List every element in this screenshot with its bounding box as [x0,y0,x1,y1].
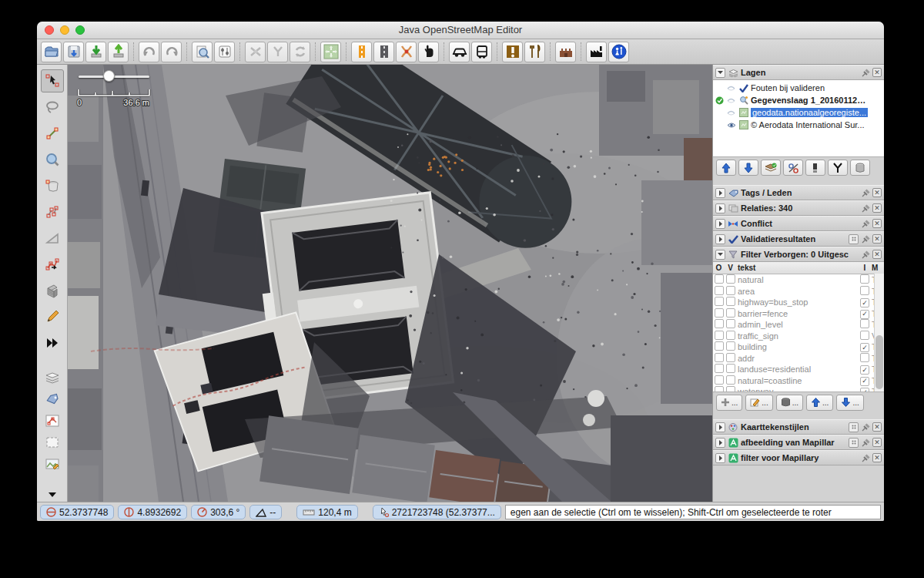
add-filter-button[interactable]: ... [716,395,742,411]
map-canvas[interactable]: 0 36.6 m [68,65,712,502]
layer-name[interactable]: Fouten bij valideren [751,83,825,92]
mapillary-image-panel-header[interactable]: afbeelding van Mapillar ✕ [713,435,884,450]
filter-enable-checkbox[interactable] [715,297,724,306]
edit-filter-button[interactable]: ... [745,395,772,411]
filter-up-button[interactable]: ... [806,395,833,411]
layer-opacity-button[interactable] [783,160,803,176]
pin-icon[interactable] [861,438,870,447]
filter-scrollbar[interactable] [874,274,884,391]
filter-text[interactable]: addr [736,354,858,363]
layer-visibility-icon[interactable] [726,109,736,116]
filter-enable-checkbox[interactable] [715,353,724,362]
car-button[interactable] [449,42,470,62]
layer-name[interactable]: Gegevenslaag 1_20160112… [751,96,865,105]
restaurant-button[interactable] [524,42,545,62]
pin-icon[interactable] [861,68,870,77]
filter-row[interactable]: building✓T [713,341,884,353]
filter-enable-checkbox[interactable] [715,341,724,351]
filter-row[interactable]: admin_levelT [713,319,884,331]
layer-up-button[interactable] [716,160,736,176]
layer-row[interactable]: © Aerodata International Sur... [713,119,884,131]
validation-panel-header[interactable]: Validatieresultaten ✕ [713,231,884,247]
collapse-icon[interactable] [715,68,725,78]
layer-name[interactable]: geodata.nationaalgeoregiste... [751,108,868,117]
tags-tool[interactable] [41,390,64,408]
tags-panel-header[interactable]: Tags / Leden ✕ [713,185,884,200]
filter-invert-checkbox[interactable] [726,375,735,385]
close-icon[interactable]: ✕ [872,188,882,197]
panel-menu-icon[interactable] [849,438,859,448]
filter-invert-checkbox[interactable] [726,274,735,284]
filter-enable-checkbox[interactable] [715,274,724,284]
conflict-panel-header[interactable]: Conflict ✕ [713,216,884,231]
open-button[interactable] [41,42,62,62]
industrial-button[interactable] [586,42,607,62]
layer-visibility-icon[interactable] [726,85,736,92]
column-header-m[interactable]: M [872,264,884,272]
filter-row[interactable]: landuse=residential✓T [713,364,884,375]
layer-visibility-icon[interactable] [726,122,736,129]
close-icon[interactable]: ✕ [872,438,882,447]
filter-invert-checkbox[interactable] [726,286,735,295]
filter-invert-checkbox[interactable] [726,364,735,373]
close-window-button[interactable] [45,25,54,35]
annotate-tool[interactable] [41,305,64,328]
select-tool[interactable] [41,69,64,92]
way-highlight-button[interactable] [351,42,372,62]
pin-icon[interactable] [861,219,870,228]
filter-i-checkbox[interactable]: ✓ [860,343,869,352]
filter-invert-checkbox[interactable] [726,353,735,362]
fast-forward-tool[interactable] [41,331,64,355]
filter-enable-checkbox[interactable] [715,308,724,318]
close-icon[interactable]: ✕ [872,250,882,259]
column-header-i[interactable]: I [858,264,872,272]
panel-menu-icon[interactable] [849,234,859,244]
layer-row[interactable]: Fouten bij valideren [713,82,884,94]
filter-invert-checkbox[interactable] [726,331,735,340]
angle-field[interactable]: -- [249,505,282,519]
pan-button[interactable] [418,42,439,62]
selection-box-tool[interactable] [41,433,64,452]
relations-panel-header[interactable]: Relaties: 340 ✕ [713,200,884,216]
filter-text[interactable]: natural [736,275,858,284]
layers-tool[interactable] [41,368,64,387]
layer-name[interactable]: © Aerodata International Sur... [751,120,865,129]
imagery-button[interactable] [320,42,341,62]
bus-button[interactable] [471,42,492,62]
expand-icon[interactable] [715,234,725,244]
filter-row[interactable]: areaT [713,286,884,297]
filter-text[interactable]: landuse=residential [736,365,858,374]
pin-icon[interactable] [861,234,870,244]
castle-button[interactable] [555,42,576,62]
expand-icon[interactable] [715,203,725,213]
filter-text[interactable]: admin_level [736,320,858,329]
latitude-field[interactable]: 52.3737748 [40,505,114,519]
split-tool[interactable] [41,253,64,276]
filter-enable-checkbox[interactable] [715,375,724,385]
warning-button[interactable] [502,42,523,62]
pin-icon[interactable] [861,203,870,213]
panel-menu-icon[interactable] [849,422,859,432]
close-icon[interactable]: ✕ [872,234,882,244]
filter-text[interactable]: natural=coastline [736,376,858,385]
scrollbar-thumb[interactable] [875,335,883,389]
filter-text[interactable]: highway=bus_stop [736,297,858,307]
filter-i-checkbox[interactable] [860,286,869,295]
pin-icon[interactable] [861,250,870,259]
zoom-slider-knob[interactable] [103,70,115,82]
filter-invert-checkbox[interactable] [726,319,735,328]
filter-i-checkbox[interactable]: ✓ [860,388,869,392]
filter-i-checkbox[interactable] [860,274,869,284]
expand-icon[interactable] [715,188,725,198]
longitude-field[interactable]: 4.8932692 [118,505,187,519]
filter-invert-checkbox[interactable] [726,308,735,318]
close-icon[interactable]: ✕ [872,453,882,462]
save-button[interactable] [63,42,84,62]
column-header-v[interactable]: V [725,264,736,272]
filter-row[interactable]: highway=bus_stop✓T [713,297,884,308]
close-icon[interactable]: ✕ [872,219,882,228]
filter-i-checkbox[interactable]: ✓ [860,377,869,386]
filter-i-checkbox[interactable] [860,353,869,362]
layer-row[interactable]: Gegevenslaag 1_20160112… [713,94,884,106]
delete-filter-button[interactable]: ... [776,395,803,411]
